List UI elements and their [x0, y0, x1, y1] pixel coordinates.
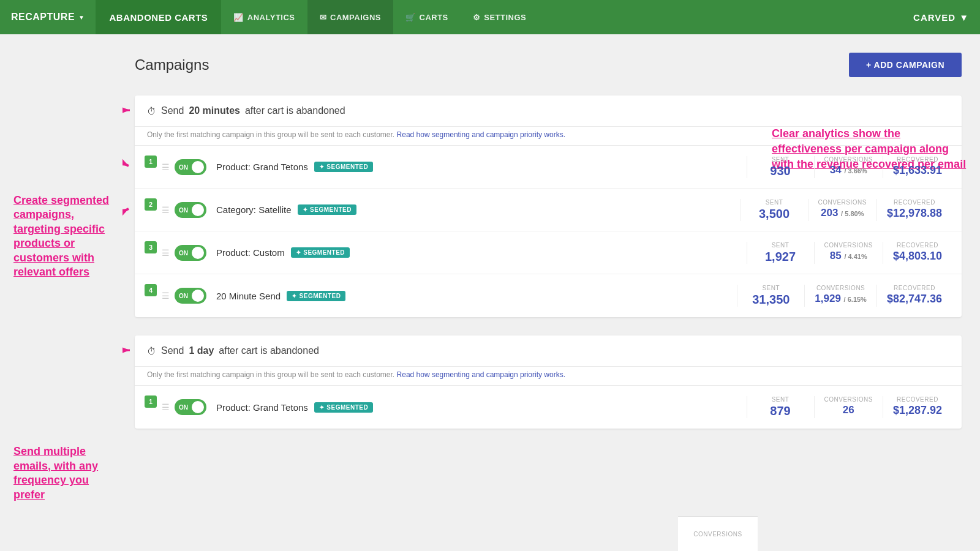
nav-carts-label: CARTS	[420, 13, 448, 22]
segmented-icon-4: ✦	[292, 293, 297, 299]
segmented-badge-1-1: ✦ SEGMENTED	[314, 162, 373, 172]
conversions-stat-2-1: CONVERSIONS 26	[814, 396, 883, 418]
drag-handle-1-2[interactable]: ☰	[162, 205, 170, 215]
left-annotations-panel: Create segmented campaigns, targeting sp…	[0, 34, 123, 551]
nav-abandoned-carts[interactable]: ABANDONED CARTS	[96, 0, 221, 34]
brand-logo[interactable]: RECAPTURE ▼	[0, 0, 96, 34]
conversions-stat-1-3: CONVERSIONS 85 / 4.41%	[814, 242, 883, 264]
conversions-stat-1-2: CONVERSIONS 203 / 5.80%	[808, 199, 876, 221]
group1-arrow	[123, 101, 135, 119]
campaign-name-1-2: Category: Satellite ✦ SEGMENTED	[216, 204, 741, 215]
group-2-subtext-link[interactable]: Read how segmenting and campaign priorit…	[397, 370, 565, 379]
bottom-conversions-label: CONVERSIONS	[693, 531, 742, 538]
group2-arrow	[123, 341, 135, 359]
conversions-stat-1-4: CONVERSIONS 1,929 / 6.15%	[804, 285, 876, 307]
nav-item-campaigns[interactable]: ✉ CAMPAIGNS	[307, 0, 393, 34]
sent-stat-2-1: SENT 879	[747, 396, 814, 418]
stats-1-1: SENT 930 CONVERSIONS 34 / 3.66% RECOVERE…	[747, 156, 952, 178]
right-brand-caret: ▼	[959, 12, 969, 23]
cart-icon: 🛒	[405, 13, 416, 22]
recovered-stat-1-2: RECOVERED $12,978.88	[876, 199, 952, 221]
segmented-icon-2: ✦	[303, 206, 308, 213]
toggle-1-1[interactable]: ON	[175, 159, 206, 175]
group-1-header: ⏱ Send 20 minutes after cart is abandone…	[135, 96, 962, 127]
analytics-icon: 📈	[233, 13, 244, 22]
row-number-1-2: 2	[145, 198, 157, 211]
row-number-1-1: 1	[145, 156, 157, 168]
stats-1-4: SENT 31,350 CONVERSIONS 1,929 / 6.15% RE…	[737, 285, 952, 307]
sent-stat-1-1: SENT 930	[747, 156, 814, 178]
drag-handle-1-3[interactable]: ☰	[162, 248, 170, 258]
campaign-row-2-1: 1 ☰ ON Product: Grand Tetons ✦ SEGMENTED	[135, 386, 962, 429]
stats-2-1: SENT 879 CONVERSIONS 26 RECOVERED $1,287…	[747, 396, 952, 418]
campaign-row-1-2: 2 ☰ ON Category: Satellite ✦ SEGMENTED	[135, 189, 962, 231]
recovered-stat-1-4: RECOVERED $82,747.36	[876, 285, 952, 307]
segmented-icon-2-1: ✦	[319, 404, 325, 411]
nav-settings-label: SETTINGS	[484, 13, 526, 22]
conversions-stat-1-1: CONVERSIONS 34 / 3.66%	[814, 156, 883, 178]
annotation-send-multiple: Send multiple emails, with any frequency…	[13, 444, 115, 502]
group-2-send-time: 1 day	[189, 345, 214, 356]
brand-name: RECAPTURE	[11, 12, 75, 23]
add-campaign-button[interactable]: + ADD CAMPAIGN	[849, 53, 962, 77]
bottom-conversions-hint: CONVERSIONS	[678, 516, 758, 551]
segmented-badge-1-4: ✦ SEGMENTED	[287, 291, 345, 301]
timer-icon-2: ⏱	[147, 346, 156, 356]
drag-handle-2-1[interactable]: ☰	[162, 402, 170, 412]
group-2-send-suffix: after cart is abandoned	[219, 345, 319, 356]
brand-caret: ▼	[78, 14, 85, 21]
row-number-1-4: 4	[145, 284, 157, 296]
segmented-icon-3: ✦	[296, 249, 301, 256]
segmented-badge-2-1: ✦ SEGMENTED	[314, 402, 373, 413]
nav-item-analytics[interactable]: 📈 ANALYTICS	[221, 0, 307, 34]
group-2-send-prefix: Send	[161, 345, 184, 356]
campaign-name-2-1: Product: Grand Tetons ✦ SEGMENTED	[216, 402, 747, 413]
toggle-2-1[interactable]: ON	[175, 399, 206, 415]
campaign-row-1-3: 3 ☰ ON Product: Custom ✦ SEGMENTED	[135, 231, 962, 274]
drag-handle-1-1[interactable]: ☰	[162, 162, 170, 172]
group-2-subtext: Only the first matching campaign in this…	[135, 367, 962, 386]
recovered-stat-1-1: RECOVERED $1,633.91	[883, 156, 952, 178]
topnav: RECAPTURE ▼ ABANDONED CARTS 📈 ANALYTICS …	[0, 0, 980, 34]
annotation-segmented-campaigns: Create segmented campaigns, targeting sp…	[13, 193, 115, 279]
campaign-name-1-3: Product: Custom ✦ SEGMENTED	[216, 247, 747, 258]
stats-1-2: SENT 3,500 CONVERSIONS 203 / 5.80% RECOV…	[741, 199, 952, 221]
campaigns-icon: ✉	[320, 13, 327, 22]
campaign-row-1-1: 1 ☰ ON Product: Grand Tetons ✦ SEGMENTED	[135, 146, 962, 189]
sent-stat-1-3: SENT 1,927	[747, 242, 814, 264]
toggle-1-4[interactable]: ON	[175, 288, 206, 304]
campaign-group-2: ⏱ Send 1 day after cart is abandoned Onl…	[135, 335, 962, 429]
nav-items: 📈 ANALYTICS ✉ CAMPAIGNS 🛒 CARTS ⚙ SETTIN…	[221, 0, 902, 34]
right-brand-label: CARVED	[913, 12, 956, 23]
row2-big-arrow	[123, 197, 135, 221]
toggle-1-2[interactable]: ON	[175, 202, 206, 218]
sent-stat-1-4: SENT 31,350	[737, 285, 804, 307]
row-number-2-1: 1	[145, 395, 157, 408]
group-1-send-prefix: Send	[161, 105, 184, 116]
recovered-stat-2-1: RECOVERED $1,287.92	[883, 396, 952, 418]
row1-big-arrow	[123, 154, 135, 178]
page-title: Campaigns	[135, 56, 209, 73]
main-layout: Create segmented campaigns, targeting sp…	[0, 34, 980, 551]
group-2-header: ⏱ Send 1 day after cart is abandoned	[135, 335, 962, 367]
group-1-send-time: 20 minutes	[189, 105, 240, 116]
nav-right-brand[interactable]: CARVED ▼	[902, 0, 980, 34]
settings-icon: ⚙	[473, 13, 481, 22]
stats-1-3: SENT 1,927 CONVERSIONS 85 / 4.41% RECOVE…	[747, 242, 952, 264]
row-number-1-3: 3	[145, 241, 157, 253]
segmented-icon: ✦	[319, 163, 325, 170]
campaign-row-1-4: 4 ☰ ON 20 Minute Send ✦ SEGMENTED	[135, 274, 962, 317]
toggle-1-3[interactable]: ON	[175, 245, 206, 261]
group-1-subtext-link[interactable]: Read how segmenting and campaign priorit…	[397, 130, 565, 139]
nav-analytics-label: ANALYTICS	[247, 13, 295, 22]
group-1-send-suffix: after cart is abandoned	[245, 105, 345, 116]
page-header: Campaigns + ADD CAMPAIGN	[135, 53, 962, 77]
main-content: Clear analytics show the effectiveness p…	[123, 34, 980, 551]
nav-item-carts[interactable]: 🛒 CARTS	[393, 0, 461, 34]
segmented-badge-1-2: ✦ SEGMENTED	[298, 204, 356, 215]
sent-stat-1-2: SENT 3,500	[741, 199, 808, 221]
campaign-name-1-1: Product: Grand Tetons ✦ SEGMENTED	[216, 162, 747, 172]
campaign-name-1-4: 20 Minute Send ✦ SEGMENTED	[216, 291, 737, 301]
nav-item-settings[interactable]: ⚙ SETTINGS	[461, 0, 539, 34]
drag-handle-1-4[interactable]: ☰	[162, 291, 170, 301]
